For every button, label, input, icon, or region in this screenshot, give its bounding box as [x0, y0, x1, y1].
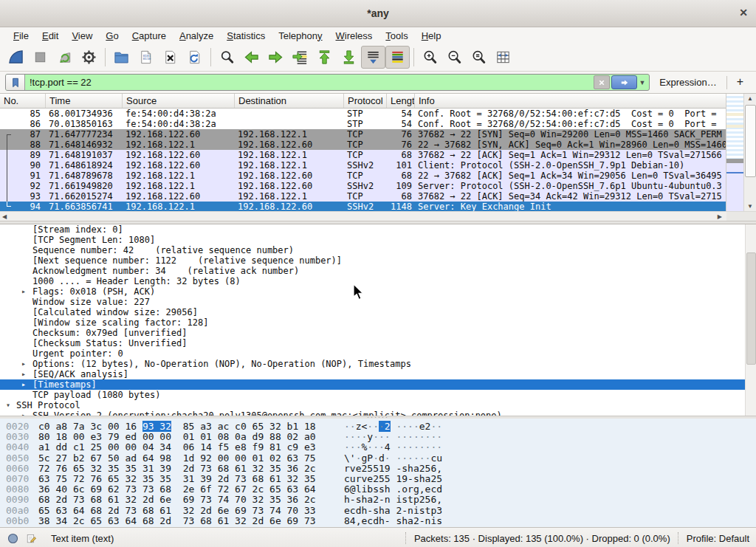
packet-row[interactable]: 9271.661949820192.168.122.1192.168.122.6…: [0, 181, 726, 191]
hex-ascii[interactable]: 6@libssh .org,ecd: [334, 484, 442, 495]
scroll-up-icon[interactable]: ▲: [744, 94, 756, 104]
detail-scroll-thumb[interactable]: [746, 252, 756, 365]
hex-row[interactable]: 00505c 27 b2 67 50 ad 64 98 1d 92 00 00 …: [0, 453, 756, 464]
hex-row[interactable]: 00a065 63 64 68 2d 73 68 61 32 2d 6e 69 …: [0, 506, 756, 516]
detail-row[interactable]: ▸[Timestamps]: [0, 379, 746, 390]
reload-file-button[interactable]: [182, 46, 207, 69]
collapsed-triangle-icon[interactable]: ▸: [21, 286, 26, 297]
hex-bytes[interactable]: 38 34 2c 65 63 64 68 2d 73 68 61 32 2d 6…: [38, 516, 334, 526]
close-file-button[interactable]: [158, 46, 182, 69]
detail-row[interactable]: Window size value: 227: [0, 297, 746, 307]
hex-bytes[interactable]: 68 2d 73 68 61 32 2d 6e 69 73 74 70 32 3…: [38, 495, 334, 505]
packet-row[interactable]: 9371.662015274192.168.122.60192.168.122.…: [0, 191, 726, 202]
packet-detail-pane[interactable]: [Stream index: 0][TCP Segment Len: 1080]…: [0, 224, 756, 416]
hex-bytes[interactable]: 36 40 6c 69 62 73 73 68 2e 6f 72 67 2c 6…: [38, 484, 334, 495]
packet-bytes-pane[interactable]: 0020c0 a8 7a 3c 00 16 93 32 85 a3 ac c0 …: [0, 419, 756, 527]
menu-statistics[interactable]: Statistics: [220, 29, 272, 43]
open-file-button[interactable]: [109, 46, 134, 69]
packet-row[interactable]: 8971.648191037192.168.122.60192.168.122.…: [0, 150, 726, 160]
find-packet-button[interactable]: [215, 46, 239, 69]
menu-go[interactable]: Go: [99, 29, 125, 43]
scroll-down-icon[interactable]: ▼: [744, 202, 756, 212]
hex-bytes[interactable]: 65 63 64 68 2d 73 68 61 32 2d 6e 69 73 7…: [38, 506, 334, 516]
menu-edit[interactable]: Edit: [35, 29, 65, 43]
detail-row[interactable]: Sequence number: 42 (relative sequence n…: [0, 245, 746, 255]
filter-bookmark-button[interactable]: [6, 75, 25, 90]
menu-view[interactable]: View: [65, 29, 99, 43]
expanded-triangle-icon[interactable]: ▾: [6, 400, 10, 410]
hex-bytes[interactable]: 80 18 00 e3 79 ed 00 00 01 01 08 0a d9 8…: [38, 432, 334, 442]
hex-bytes[interactable]: 5c 27 b2 67 50 ad 64 98 1d 92 00 00 01 0…: [38, 453, 334, 464]
column-header-time[interactable]: Time: [46, 94, 123, 108]
column-header-destination[interactable]: Destination: [235, 94, 344, 108]
start-capture-button[interactable]: [4, 46, 28, 69]
splitter-grip[interactable]: ······: [367, 415, 389, 419]
hex-row[interactable]: 008036 40 6c 69 62 73 73 68 2e 6f 72 67 …: [0, 484, 756, 495]
hex-bytes[interactable]: a1 dd c1 25 00 00 04 34 06 14 f5 e8 f9 8…: [38, 442, 334, 453]
vscroll-thumb[interactable]: [745, 105, 756, 177]
collapsed-triangle-icon[interactable]: ▸: [21, 410, 26, 416]
collapsed-triangle-icon[interactable]: ▸: [21, 359, 26, 369]
zoom-reset-button[interactable]: [467, 46, 491, 69]
filter-apply-dropdown[interactable]: ▼: [638, 79, 649, 86]
packet-row[interactable]: 8670.013850163fe:54:00:d4:38:2aSTP54Conf…: [0, 119, 726, 129]
packet-minimap[interactable]: [726, 94, 744, 212]
detail-row[interactable]: [Next sequence number: 1122 (relative se…: [0, 255, 746, 266]
menu-tools[interactable]: Tools: [379, 29, 414, 43]
column-header-info[interactable]: Info: [415, 94, 726, 108]
packet-list-hscrollbar[interactable]: ◀ ▶: [0, 211, 726, 221]
scroll-left-icon[interactable]: ◀: [2, 213, 7, 221]
detail-row[interactable]: 1000 .... = Header Length: 32 bytes (8): [0, 276, 746, 286]
expression-button[interactable]: Expression…: [655, 77, 721, 88]
packet-list-header[interactable]: No.TimeSourceDestinationProtocolLengthIn…: [0, 94, 726, 109]
packet-row[interactable]: 8568.001734936fe:54:00:d4:38:2aSTP54Conf…: [0, 109, 726, 119]
hex-ascii[interactable]: ···%···4 ········: [334, 442, 442, 453]
detail-row[interactable]: ▾SSH Protocol: [0, 400, 746, 410]
hex-ascii[interactable]: \'·gP·d· ······cu: [334, 453, 442, 464]
detail-row[interactable]: [TCP Segment Len: 1080]: [0, 235, 746, 245]
hex-ascii[interactable]: ··z<···2 ····e2··: [334, 422, 442, 432]
auto-scroll-button[interactable]: [361, 46, 385, 69]
detail-row[interactable]: [Window size scaling factor: 128]: [0, 317, 746, 328]
packet-row[interactable]: 8771.647777234192.168.122.60192.168.122.…: [0, 129, 726, 140]
detail-row[interactable]: ▸Options: (12 bytes), No-Operation (NOP)…: [0, 359, 746, 369]
close-icon[interactable]: ✕: [739, 7, 748, 18]
packet-row[interactable]: 9471.663856741192.168.122.1192.168.122.6…: [0, 202, 726, 212]
stop-capture-button[interactable]: [28, 46, 52, 69]
detail-vscrollbar[interactable]: [745, 224, 756, 416]
detail-row[interactable]: [Calculated window size: 29056]: [0, 307, 746, 317]
detail-row[interactable]: [Stream index: 0]: [0, 224, 746, 235]
column-header-no[interactable]: No.: [0, 94, 46, 108]
packet-row[interactable]: 9071.648618924192.168.122.60192.168.122.…: [0, 160, 726, 171]
hex-ascii[interactable]: curve255 19-sha25: [334, 474, 442, 484]
detail-hex-splitter[interactable]: ······: [0, 416, 756, 419]
save-file-button[interactable]: 01010110: [134, 46, 158, 69]
hex-bytes[interactable]: c0 a8 7a 3c 00 16 93 32 85 a3 ac c0 65 3…: [38, 422, 334, 432]
hex-row[interactable]: 003080 18 00 e3 79 ed 00 00 01 01 08 0a …: [0, 432, 756, 442]
hex-row[interactable]: 006072 76 65 32 35 35 31 39 2d 73 68 61 …: [0, 464, 756, 474]
hex-bytes[interactable]: 72 76 65 32 35 35 31 39 2d 73 68 61 32 3…: [38, 464, 334, 474]
capture-comment-button[interactable]: [25, 532, 38, 545]
add-filter-button[interactable]: +: [732, 75, 751, 90]
packet-list-vscrollbar[interactable]: ▲ ▼: [743, 94, 756, 212]
hex-row[interactable]: 0040a1 dd c1 25 00 00 04 34 06 14 f5 e8 …: [0, 442, 756, 453]
detail-row[interactable]: ▸[SEQ/ACK analysis]: [0, 369, 746, 379]
zoom-in-button[interactable]: [418, 46, 442, 69]
hex-row[interactable]: 009068 2d 73 68 61 32 2d 6e 69 73 74 70 …: [0, 495, 756, 505]
packet-row[interactable]: 9171.648789678192.168.122.1192.168.122.6…: [0, 171, 726, 181]
menu-file[interactable]: File: [7, 29, 35, 43]
colorize-button[interactable]: [385, 46, 410, 69]
detail-row[interactable]: TCP payload (1080 bytes): [0, 390, 746, 400]
hex-row[interactable]: 007063 75 72 76 65 32 35 35 31 39 2d 73 …: [0, 474, 756, 484]
capture-options-button[interactable]: [77, 46, 101, 69]
collapsed-triangle-icon[interactable]: ▸: [21, 369, 26, 379]
expert-info-button[interactable]: [7, 532, 19, 545]
scroll-right-icon[interactable]: ▶: [718, 213, 722, 221]
display-filter-input[interactable]: !tcp.port == 22 ▼: [5, 74, 650, 91]
menu-help[interactable]: Help: [415, 29, 448, 43]
filter-text[interactable]: !tcp.port == 22: [25, 77, 594, 88]
hex-ascii[interactable]: h-sha2-n istp256,: [334, 495, 442, 505]
menu-capture[interactable]: Capture: [126, 29, 173, 43]
hex-ascii[interactable]: 84,ecdh- sha2-nis: [334, 516, 442, 526]
detail-row[interactable]: [Checksum Status: Unverified]: [0, 338, 746, 348]
